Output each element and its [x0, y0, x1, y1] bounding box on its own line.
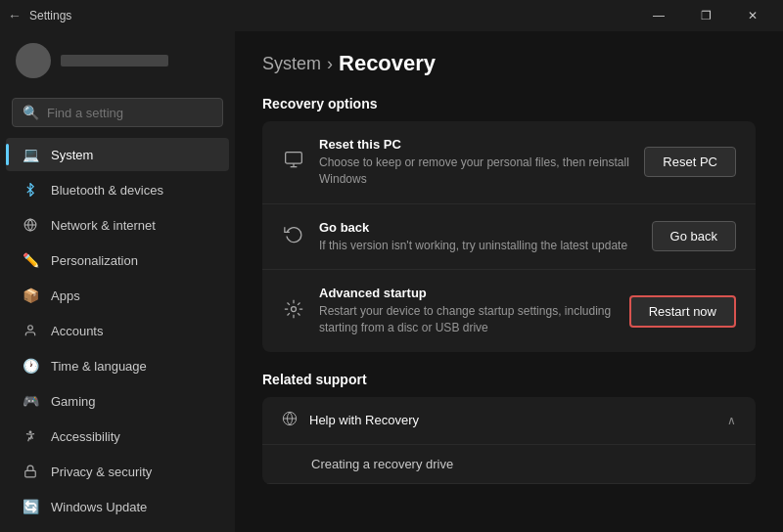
- system-icon: 💻: [22, 146, 39, 163]
- sidebar-item-label: Accessibility: [51, 429, 120, 444]
- sidebar-item-label: Personalization: [51, 253, 138, 268]
- creating-recovery-label: Creating a recovery drive: [311, 457, 453, 471]
- sidebar-profile: [0, 31, 235, 90]
- reset-pc-button[interactable]: Reset PC: [644, 147, 736, 177]
- go-back-icon: [282, 224, 305, 248]
- support-section-title: Related support: [262, 372, 756, 387]
- section-title: Recovery options: [262, 96, 756, 111]
- breadcrumb: System › Recovery: [262, 51, 756, 76]
- go-back-desc: If this version isn't working, try unins…: [319, 238, 638, 254]
- sidebar-item-update[interactable]: 🔄 Windows Update: [6, 490, 229, 523]
- go-back-button[interactable]: Go back: [652, 221, 736, 251]
- apps-icon: 📦: [22, 287, 39, 304]
- network-icon: [22, 216, 39, 234]
- main-layout: 🔍 💻 System Bluetooth & devices Network &…: [0, 31, 783, 532]
- maximize-button[interactable]: ❐: [683, 0, 728, 31]
- sidebar-item-time[interactable]: 🕐 Time & language: [6, 349, 229, 382]
- reset-pc-row: Reset this PC Choose to keep or remove y…: [262, 121, 756, 204]
- accessibility-icon: [22, 427, 39, 445]
- breadcrumb-parent: System: [262, 54, 321, 74]
- go-back-title: Go back: [319, 220, 638, 235]
- advanced-startup-icon: [282, 299, 305, 324]
- content-area: System › Recovery Recovery options Reset…: [235, 31, 783, 532]
- advanced-startup-text: Advanced startup Restart your device to …: [319, 286, 616, 336]
- sidebar-item-gaming[interactable]: 🎮 Gaming: [6, 384, 229, 418]
- svg-point-3: [29, 431, 31, 433]
- help-recovery-label: Help with Recovery: [309, 413, 715, 427]
- advanced-startup-title: Advanced startup: [319, 286, 616, 300]
- sidebar-item-system[interactable]: 💻 System: [6, 138, 229, 171]
- advanced-startup-row: Advanced startup Restart your device to …: [262, 270, 756, 352]
- time-icon: 🕐: [22, 357, 39, 375]
- sidebar-item-label: Windows Update: [51, 500, 147, 514]
- page-title: Recovery: [339, 51, 436, 76]
- sidebar-item-label: Gaming: [51, 394, 96, 409]
- sidebar-item-label: System: [51, 148, 93, 162]
- title-bar-title: Settings: [29, 9, 71, 22]
- title-bar: ← Settings — ❐ ✕: [0, 0, 783, 31]
- avatar: [16, 43, 51, 78]
- title-bar-controls: — ❐ ✕: [636, 0, 775, 31]
- chevron-up-icon: ∧: [727, 414, 736, 427]
- svg-point-8: [292, 306, 297, 311]
- privacy-icon: [22, 463, 39, 480]
- support-card: Help with Recovery ∧ Creating a recovery…: [262, 397, 756, 484]
- creating-recovery-item[interactable]: Creating a recovery drive: [262, 445, 756, 484]
- reset-icon: [282, 150, 305, 174]
- recovery-options-card: Reset this PC Choose to keep or remove y…: [262, 121, 756, 352]
- sidebar-item-label: Bluetooth & devices: [51, 183, 163, 198]
- sidebar: 🔍 💻 System Bluetooth & devices Network &…: [0, 31, 235, 532]
- advanced-startup-desc: Restart your device to change startup se…: [319, 303, 616, 336]
- reset-pc-text: Reset this PC Choose to keep or remove y…: [319, 137, 630, 188]
- bluetooth-icon: [22, 181, 39, 199]
- sidebar-item-privacy[interactable]: Privacy & security: [6, 455, 229, 488]
- svg-rect-5: [286, 153, 302, 164]
- accounts-icon: [22, 322, 39, 339]
- breadcrumb-separator: ›: [327, 54, 333, 74]
- go-back-row: Go back If this version isn't working, t…: [262, 204, 756, 271]
- restart-now-button[interactable]: Restart now: [629, 295, 736, 328]
- update-icon: 🔄: [22, 498, 39, 515]
- title-bar-left: ← Settings: [8, 8, 71, 23]
- personalization-icon: ✏️: [22, 251, 39, 269]
- sidebar-item-label: Privacy & security: [51, 465, 152, 479]
- profile-name: [61, 55, 168, 66]
- sidebar-item-accounts[interactable]: Accounts: [6, 314, 229, 347]
- help-recovery-icon: [282, 411, 298, 430]
- sidebar-item-label: Time & language: [51, 359, 147, 374]
- back-icon[interactable]: ←: [8, 8, 22, 23]
- close-button[interactable]: ✕: [730, 0, 775, 31]
- svg-point-2: [28, 326, 33, 331]
- sidebar-item-apps[interactable]: 📦 Apps: [6, 279, 229, 312]
- sidebar-item-accessibility[interactable]: Accessibility: [6, 420, 229, 453]
- sidebar-item-network[interactable]: Network & internet: [6, 208, 229, 242]
- svg-rect-4: [25, 470, 36, 476]
- minimize-button[interactable]: —: [636, 0, 681, 31]
- sidebar-item-personalization[interactable]: ✏️ Personalization: [6, 244, 229, 277]
- search-box[interactable]: 🔍: [12, 98, 223, 127]
- reset-pc-title: Reset this PC: [319, 137, 630, 152]
- search-icon: 🔍: [23, 105, 39, 120]
- reset-pc-desc: Choose to keep or remove your personal f…: [319, 155, 630, 188]
- help-recovery-row[interactable]: Help with Recovery ∧: [262, 397, 756, 445]
- sidebar-item-bluetooth[interactable]: Bluetooth & devices: [6, 173, 229, 206]
- sidebar-item-label: Network & internet: [51, 218, 156, 233]
- sidebar-item-label: Apps: [51, 288, 80, 303]
- go-back-text: Go back If this version isn't working, t…: [319, 220, 638, 254]
- gaming-icon: 🎮: [22, 392, 39, 410]
- sidebar-item-label: Accounts: [51, 324, 103, 338]
- search-input[interactable]: [47, 106, 212, 120]
